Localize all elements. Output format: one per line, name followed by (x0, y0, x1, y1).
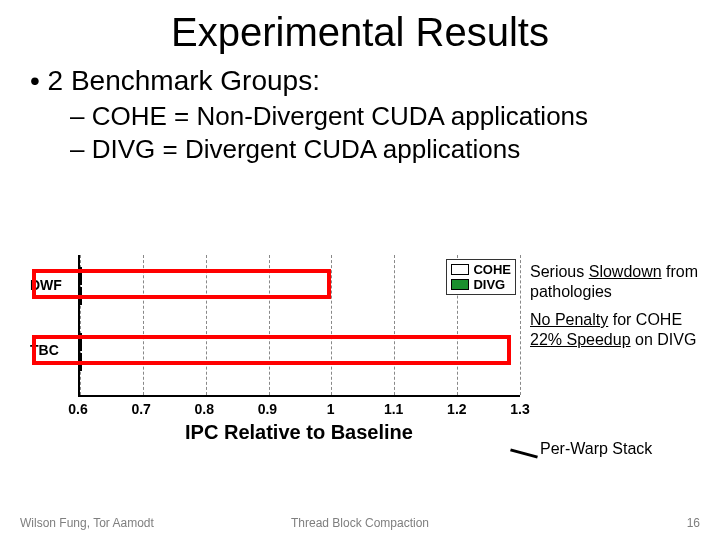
x-tick-7: 1.3 (510, 401, 529, 417)
x-axis-label: IPC Relative to Baseline (78, 421, 520, 444)
x-tick-0: 0.6 (68, 401, 87, 417)
x-tick-2: 0.8 (195, 401, 214, 417)
footer-page-number: 16 (687, 516, 700, 530)
annotation-notes: Serious Slowdown from pathologies No Pen… (530, 262, 710, 350)
chart-legend: COHE DIVG (446, 259, 516, 295)
bar-dwf-cohe (80, 267, 82, 285)
x-tick-6: 1.2 (447, 401, 466, 417)
x-tick-4: 1 (327, 401, 335, 417)
bar-tbc-cohe (80, 333, 82, 351)
highlight-dwf (32, 269, 331, 299)
chart: DWF TBC CO (30, 255, 520, 444)
x-ticks: 0.6 0.7 0.8 0.9 1 1.1 1.2 1.3 (78, 397, 520, 419)
legend-label-cohe: COHE (473, 262, 511, 277)
legend-swatch-divg (451, 279, 469, 290)
note-tbc: No Penalty for COHE 22% Speedup on DIVG (530, 310, 710, 350)
per-warp-stack-line-icon (510, 448, 538, 458)
per-warp-stack-label: Per-Warp Stack (540, 440, 652, 458)
page-title: Experimental Results (0, 10, 720, 55)
legend-divg: DIVG (451, 277, 511, 292)
highlight-tbc (32, 335, 511, 365)
chart-plot-area: COHE DIVG (78, 255, 520, 397)
x-tick-3: 0.9 (258, 401, 277, 417)
y-tick-tbc: TBC (30, 342, 59, 358)
bullet-cohe-def: COHE = Non-Divergent CUDA applications (70, 101, 720, 132)
x-tick-5: 1.1 (384, 401, 403, 417)
bar-dwf-divg (80, 287, 82, 305)
y-tick-dwf: DWF (30, 277, 62, 293)
bullet-divg-def: DIVG = Divergent CUDA applications (70, 134, 720, 165)
note-dwf: Serious Slowdown from pathologies (530, 262, 710, 302)
legend-label-divg: DIVG (473, 277, 505, 292)
bullet-benchmark-groups: 2 Benchmark Groups: (30, 65, 720, 97)
bullet-list: 2 Benchmark Groups: COHE = Non-Divergent… (30, 65, 720, 165)
footer-topic: Thread Block Compaction (0, 516, 720, 530)
legend-cohe: COHE (451, 262, 511, 277)
legend-swatch-cohe (451, 264, 469, 275)
x-tick-1: 0.7 (131, 401, 150, 417)
bar-tbc-divg (80, 353, 82, 371)
